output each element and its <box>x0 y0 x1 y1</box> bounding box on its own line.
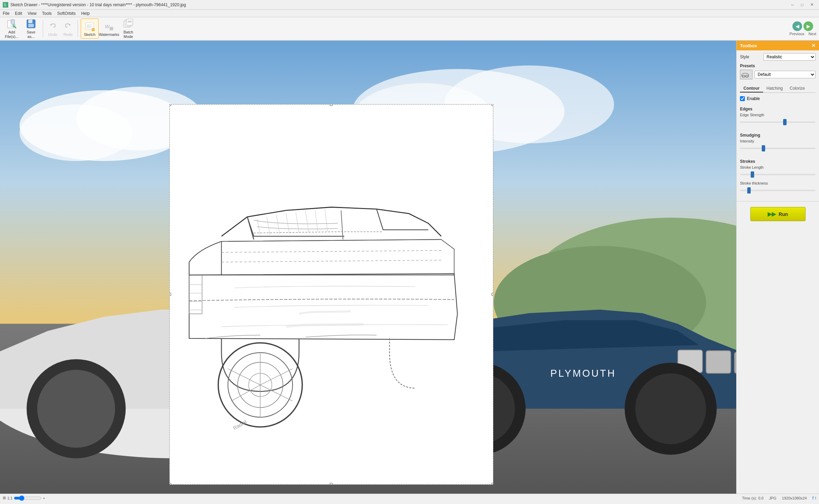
twitter-icon[interactable]: t <box>815 495 816 501</box>
batch-mode-button[interactable]: BatchMode <box>119 19 137 39</box>
menu-view[interactable]: View <box>25 10 39 17</box>
run-icon: ▶▶ <box>768 211 776 217</box>
facebook-icon[interactable]: f <box>812 495 814 501</box>
tab-hatching[interactable]: Hatching <box>763 85 786 92</box>
handle-bottom-left[interactable] <box>169 483 171 485</box>
close-button[interactable]: ✕ <box>807 1 816 8</box>
svg-point-48 <box>635 373 706 444</box>
run-button[interactable]: ▶▶ Run <box>750 207 806 221</box>
main-content: PLYMOUTH <box>0 41 819 494</box>
preset-icon <box>740 70 752 79</box>
menu-tools[interactable]: Tools <box>39 10 55 17</box>
format-value: JPG <box>769 496 776 500</box>
tabs-container: Contour Hatching Colorize <box>737 85 819 95</box>
menu-edit[interactable]: Edit <box>12 10 25 17</box>
zoom-control: ⊞ 1:1 + <box>3 495 45 501</box>
handle-bottom-mid[interactable] <box>330 483 333 485</box>
time-item: Time (s): 0.0 <box>742 495 763 501</box>
edges-section: Edges Edge Strength <box>737 105 819 131</box>
maximize-button[interactable]: □ <box>798 1 807 8</box>
toolbox-header: Toolbox ✕ <box>737 41 819 50</box>
handle-mid-right[interactable] <box>492 293 493 296</box>
style-label: Style <box>740 55 761 59</box>
style-select[interactable]: Realistic Artistic Comic Portrait <box>763 53 816 61</box>
svg-rect-42 <box>734 352 736 374</box>
sketch-svg: Radial <box>170 105 493 484</box>
handle-mid-left[interactable] <box>169 293 171 296</box>
svg-text:S: S <box>4 3 6 7</box>
sketch-overlay[interactable]: Radial <box>169 104 493 485</box>
stroke-thickness-slider[interactable] <box>740 190 816 191</box>
stroke-thickness-group: Stroke thickness <box>740 181 816 194</box>
sketch-button[interactable]: ✏ Sketch <box>81 19 99 39</box>
add-files-button[interactable]: 📄 + AddFile(s)... <box>3 19 21 39</box>
toolbar-separator-2 <box>78 20 78 37</box>
svg-text:✏: ✏ <box>92 29 94 31</box>
handle-top-mid[interactable] <box>330 104 333 106</box>
toolbox-title: Toolbox <box>740 43 757 48</box>
stroke-thickness-label: Stroke thickness <box>740 181 816 185</box>
smudging-intensity-group: Intensity <box>740 139 816 151</box>
statusbar-right: Time (s): 0.0 JPG 1920x1080x24 f t <box>742 495 816 501</box>
canvas-area[interactable]: PLYMOUTH <box>0 41 736 494</box>
stroke-length-label: Stroke Length <box>740 165 816 169</box>
toolbox-divider <box>737 201 819 201</box>
watermarks-icon: W <box>103 21 115 32</box>
toolbar: 📄 + AddFile(s)... Saveas... Undo <box>0 17 819 41</box>
tabs-row: Contour Hatching Colorize <box>740 85 816 93</box>
enable-section: Enable <box>737 95 819 105</box>
edge-strength-group: Edge Strength <box>740 113 816 125</box>
window-title: Sketch Drawer - ****Unregistered version… <box>10 2 788 7</box>
watermarks-button[interactable]: W Watermarks <box>100 19 118 39</box>
menu-help[interactable]: Help <box>78 10 92 17</box>
toolbox-close-button[interactable]: ✕ <box>811 43 816 48</box>
minimize-button[interactable]: ─ <box>788 1 797 8</box>
handle-top-right[interactable] <box>492 104 493 106</box>
window-controls: ─ □ ✕ <box>788 1 816 8</box>
tab-colorize[interactable]: Colorize <box>786 85 808 92</box>
stroke-length-group: Stroke Length <box>740 165 816 178</box>
stroke-length-slider[interactable] <box>740 174 816 175</box>
menu-file[interactable]: File <box>0 10 12 17</box>
enable-checkbox[interactable] <box>740 96 745 101</box>
redo-label: Redo <box>63 32 72 37</box>
toolbox-panel: Toolbox ✕ Style Realistic Artistic Comic… <box>736 41 819 494</box>
save-as-icon <box>26 18 37 29</box>
handle-top-left[interactable] <box>169 104 171 106</box>
save-as-label: Saveas... <box>27 30 35 39</box>
smudging-intensity-slider[interactable] <box>740 148 816 149</box>
smudging-section: Smudging Intensity <box>737 131 819 158</box>
batch-mode-label: BatchMode <box>124 30 133 39</box>
enable-label: Enable <box>747 96 760 101</box>
handle-bottom-right[interactable] <box>492 483 493 485</box>
zoom-slider[interactable] <box>14 495 41 501</box>
menu-softorbits[interactable]: SoftOrbits <box>55 10 78 17</box>
preset-select[interactable]: Default Soft Hard Fine Art <box>754 71 816 78</box>
redo-button[interactable]: Redo <box>61 20 75 38</box>
svg-text:W: W <box>105 24 110 29</box>
svg-rect-43 <box>706 351 731 374</box>
dimensions-value: 1920x1080x24 <box>782 496 807 500</box>
previous-button[interactable]: ◀ <box>792 21 802 31</box>
add-files-label: AddFile(s)... <box>5 30 19 39</box>
app-icon: S <box>3 2 8 8</box>
status-bar: ⊞ 1:1 + Time (s): 0.0 JPG 1920x1080x24 f… <box>0 494 819 502</box>
next-label: Next <box>808 32 816 36</box>
next-button[interactable]: ▶ <box>803 21 813 31</box>
tab-contour[interactable]: Contour <box>740 85 763 92</box>
time-label: Time (s): <box>742 496 757 500</box>
undo-label: Undo <box>48 32 57 37</box>
save-as-button[interactable]: Saveas... <box>22 19 40 39</box>
svg-point-40 <box>37 370 115 448</box>
redo-icon <box>62 21 73 32</box>
undo-button[interactable]: Undo <box>46 20 60 38</box>
svg-rect-21 <box>110 27 113 30</box>
title-bar: S Sketch Drawer - ****Unregistered versi… <box>0 0 819 10</box>
batch-mode-icon <box>123 18 134 29</box>
edge-strength-slider[interactable] <box>740 121 816 123</box>
svg-rect-76 <box>740 70 752 79</box>
social-icons: f t <box>812 495 816 501</box>
presets-label: Presets <box>740 63 816 68</box>
enable-row: Enable <box>740 96 816 101</box>
zoom-in-icon[interactable]: + <box>43 496 45 500</box>
